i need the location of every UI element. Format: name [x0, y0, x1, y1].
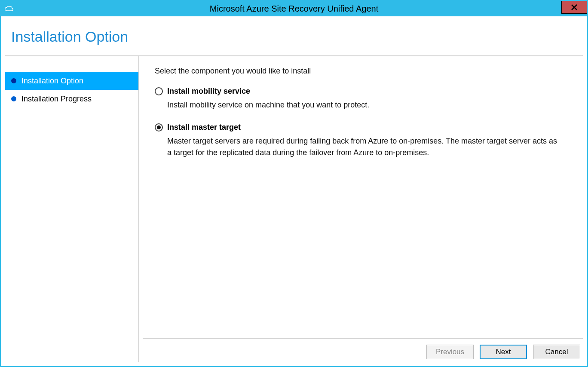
content-area: Installation Option Installation Option …	[1, 16, 587, 366]
sidebar-item-installation-progress[interactable]: Installation Progress	[5, 90, 138, 108]
step-dot-icon	[11, 96, 16, 101]
titlebar: Microsoft Azure Site Recovery Unified Ag…	[1, 1, 587, 16]
page-header: Installation Option	[5, 16, 583, 55]
sidebar-item-installation-option[interactable]: Installation Option	[5, 72, 138, 90]
option-master-target: Install master target Master target serv…	[155, 123, 571, 159]
window-title: Microsoft Azure Site Recovery Unified Ag…	[1, 4, 587, 14]
page-title: Installation Option	[11, 28, 583, 45]
radio-label: Install mobility service	[167, 87, 250, 96]
radio-label: Install master target	[167, 123, 241, 132]
main-content: Select the component you would like to i…	[143, 56, 583, 338]
sidebar-item-label: Installation Progress	[21, 95, 92, 104]
wizard-footer: Previous Next Cancel	[143, 345, 583, 362]
cancel-button[interactable]: Cancel	[533, 345, 580, 359]
step-dot-icon	[11, 78, 16, 83]
option-description: Install mobility service on machine that…	[167, 99, 558, 111]
radio-master-target[interactable]	[155, 123, 163, 132]
app-cloud-icon	[4, 5, 14, 12]
radio-selected-dot-icon	[157, 125, 161, 129]
sidebar-item-label: Installation Option	[21, 76, 83, 86]
installer-window: Microsoft Azure Site Recovery Unified Ag…	[0, 0, 588, 367]
close-button[interactable]	[561, 1, 587, 14]
intro-text: Select the component you would like to i…	[155, 67, 571, 76]
previous-button: Previous	[426, 345, 474, 359]
radio-mobility-service[interactable]	[155, 87, 163, 95]
body-area: Installation Option Installation Progres…	[5, 55, 583, 362]
main-panel: Select the component you would like to i…	[143, 56, 583, 362]
wizard-sidebar: Installation Option Installation Progres…	[5, 56, 139, 362]
option-description: Master target servers are required durin…	[167, 135, 558, 159]
option-mobility-service: Install mobility service Install mobilit…	[155, 87, 571, 111]
footer-divider	[143, 338, 583, 339]
close-icon	[571, 4, 578, 11]
next-button[interactable]: Next	[480, 345, 527, 359]
